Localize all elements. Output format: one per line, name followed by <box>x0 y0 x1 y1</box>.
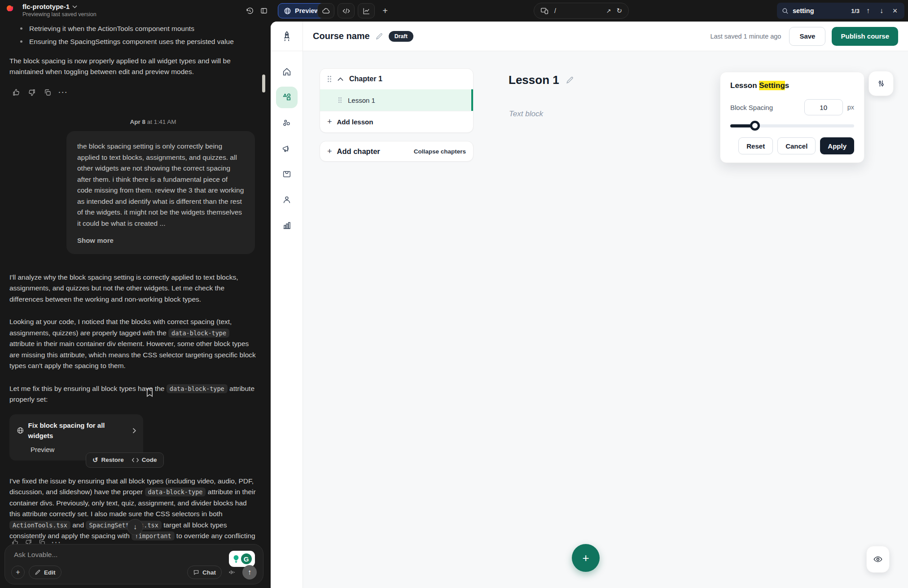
shapes-icon <box>281 92 292 103</box>
sliders-icon <box>877 79 886 88</box>
ai-summary-paragraph: The block spacing is now properly applie… <box>9 56 256 78</box>
chat-panel: Retrieving it when the ActionTools compo… <box>0 22 269 588</box>
more-icon[interactable]: ··· <box>58 88 68 97</box>
chat-scrollbar[interactable] <box>262 75 265 92</box>
message-actions: ··· <box>11 88 256 97</box>
scroll-to-bottom-button[interactable]: ↓ <box>127 519 143 535</box>
chat-composer: G + Edit Chat ↑ <box>4 544 263 584</box>
chapter-row[interactable]: Chapter 1 <box>320 69 473 89</box>
add-lesson-button[interactable]: + Add lesson <box>320 111 473 132</box>
collapse-chapters-button[interactable]: Collapse chapters <box>414 148 466 155</box>
rail-item-announcements[interactable] <box>276 138 298 159</box>
analytics-button[interactable] <box>358 3 375 18</box>
ai-paragraph: I'll analyze why the block spacing setti… <box>9 272 256 305</box>
publish-course-button[interactable]: Publish course <box>832 27 898 46</box>
app-preview: Course name Draft Last saved 1 minute ag… <box>271 22 908 588</box>
chevron-right-icon <box>132 428 136 434</box>
voice-input-icon[interactable] <box>226 566 238 579</box>
version-card-title: Fix block spacing for all widgets <box>28 420 124 441</box>
attach-button[interactable]: + <box>11 566 25 579</box>
match-count: 1/3 <box>851 8 860 14</box>
restore-button[interactable]: ↺ Restore <box>92 455 124 465</box>
rail-item-content-blocks[interactable] <box>276 87 298 108</box>
lightbulb-icon <box>232 555 240 563</box>
pencil-icon[interactable] <box>375 32 383 40</box>
code-icon <box>342 7 351 15</box>
save-button[interactable]: Save <box>789 27 825 46</box>
bar-chart-icon <box>282 220 292 230</box>
rail-item-home[interactable] <box>276 61 298 83</box>
lesson-title: Lesson 1 <box>509 73 559 87</box>
bookmark-icon[interactable] <box>145 388 154 397</box>
add-chapter-button[interactable]: + Add chapter <box>327 147 380 156</box>
copy-icon[interactable] <box>43 88 53 97</box>
text-block-placeholder[interactable]: Text block <box>509 110 543 118</box>
project-menu[interactable]: flc-prototype-1 Previewing last saved ve… <box>6 3 97 18</box>
find-next-button[interactable]: ↓ <box>877 7 886 15</box>
circles-icon <box>282 118 292 128</box>
globe-icon <box>284 7 291 15</box>
apply-button[interactable]: Apply <box>820 137 854 154</box>
find-prev-button[interactable]: ↑ <box>863 7 873 15</box>
course-header: Course name Draft Last saved 1 minute ag… <box>303 22 908 51</box>
refresh-icon[interactable]: ↻ <box>616 7 622 15</box>
open-external-icon[interactable]: ↗ <box>606 8 611 14</box>
new-tab-button[interactable]: + <box>378 3 392 18</box>
chevron-up-icon[interactable] <box>338 77 343 81</box>
send-button[interactable]: ↑ <box>242 565 257 579</box>
lesson-item-title: Lesson 1 <box>348 97 375 104</box>
drag-handle-icon[interactable] <box>327 75 332 83</box>
pencil-icon[interactable] <box>566 76 574 84</box>
rail-item-profile[interactable] <box>276 189 298 211</box>
rocket-icon[interactable] <box>271 22 303 51</box>
chat-bubble-icon <box>193 569 199 575</box>
drag-handle-icon[interactable] <box>338 97 342 103</box>
history-icon[interactable] <box>243 4 256 17</box>
chapter-title: Chapter 1 <box>349 75 382 83</box>
version-card[interactable]: Fix block spacing for all widgets Previe… <box>9 414 143 461</box>
code-button[interactable] <box>338 3 355 18</box>
lovable-logo-icon <box>6 4 18 16</box>
saved-status: Last saved 1 minute ago <box>710 33 781 40</box>
cancel-button[interactable]: Cancel <box>777 137 816 154</box>
chat-input[interactable] <box>14 551 184 564</box>
preview-eye-button[interactable] <box>866 546 890 573</box>
settings-toggle-button[interactable] <box>869 71 894 96</box>
lesson-row-selected[interactable]: Lesson 1 <box>320 89 473 111</box>
chat-mode-button[interactable]: Chat <box>187 566 222 579</box>
rail-item-community[interactable] <box>276 112 298 134</box>
bullet-item: Ensuring the SpacingSettings component u… <box>19 36 256 47</box>
rail-item-analytics[interactable] <box>276 215 298 236</box>
block-spacing-slider[interactable] <box>730 124 854 127</box>
find-close-icon[interactable]: × <box>890 6 900 16</box>
chat-messages[interactable]: Retrieving it when the ActionTools compo… <box>0 22 266 545</box>
rail-item-inbox[interactable] <box>276 163 298 185</box>
search-input[interactable] <box>793 7 846 14</box>
grammarly-badge[interactable]: G <box>229 551 255 567</box>
project-name: flc-prototype-1 <box>22 3 70 10</box>
ai-bullet-list: Retrieving it when the ActionTools compo… <box>19 23 256 48</box>
reset-button[interactable]: Reset <box>738 137 773 154</box>
ai-paragraph: Looking at your code, I noticed that the… <box>9 316 256 371</box>
thumbs-down-icon[interactable] <box>27 88 37 97</box>
code-button[interactable]: Code <box>132 455 157 465</box>
cloud-button[interactable] <box>317 3 334 18</box>
add-chapter-panel: + Add chapter Collapse chapters <box>320 141 474 162</box>
analytics-icon <box>362 7 371 15</box>
find-bar: 1/3 ↑ ↓ × <box>777 3 904 19</box>
thumbs-up-icon[interactable] <box>11 88 21 97</box>
show-more-link[interactable]: Show more <box>77 235 244 246</box>
mail-icon <box>282 169 292 179</box>
panel-toggle-icon[interactable] <box>258 4 270 17</box>
version-hover-toolbar: ↺ Restore Code <box>86 452 164 468</box>
lesson-header: Lesson 1 <box>509 73 574 87</box>
lesson-settings-popover: Lesson Settings Block Spacing px Reset C… <box>720 72 864 163</box>
app-side-rail <box>271 22 303 588</box>
slider-thumb[interactable] <box>750 121 760 131</box>
block-spacing-input[interactable] <box>804 99 843 115</box>
edit-mode-button[interactable]: Edit <box>29 566 61 579</box>
settings-title: Lesson Settings <box>730 81 854 90</box>
user-icon <box>282 195 292 205</box>
add-block-fab[interactable]: + <box>572 544 600 572</box>
url-bar[interactable]: / ↗ ↻ <box>534 3 629 19</box>
